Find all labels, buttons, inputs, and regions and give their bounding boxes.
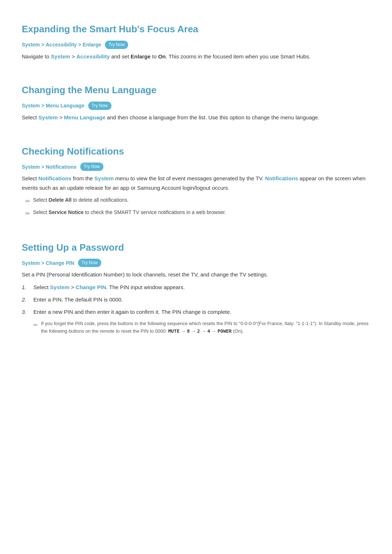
inline-on: On <box>158 53 166 59</box>
inline-4: 4 <box>207 328 210 334</box>
breadcrumb-system-3: System <box>22 163 40 171</box>
pencil-icon-1: ✏ <box>25 197 30 206</box>
notifications-bullet-list: ✏ Select Delete All to delete all notifi… <box>22 196 370 218</box>
bullet-service-notice-text: Select Service Notice to check the SMART… <box>33 208 226 216</box>
step-3-number: 3. <box>22 308 29 316</box>
bullet-delete-all-text: Select Delete All to delete all notifica… <box>33 196 128 204</box>
breadcrumb-menu-language: System > Menu Language Try Now <box>22 102 370 110</box>
pencil-icon-3: ✏ <box>33 321 38 329</box>
try-now-badge-menu-language[interactable]: Try Now <box>88 102 111 110</box>
step-2: 2. Enter a PIN. The default PIN is 0000. <box>22 295 370 304</box>
body-text-menu-language: Select System > Menu Language and then c… <box>22 113 370 122</box>
inline-notif: Notifications <box>38 175 72 181</box>
section-title-notifications: Checking Notifications <box>22 137 370 159</box>
breadcrumb-system: System <box>22 41 40 49</box>
separator-3: > <box>41 102 44 110</box>
inline-notif-2: Notifications <box>265 175 298 181</box>
section-title-expanding: Expanding the Smart Hub's Focus Area <box>22 15 370 37</box>
separator-5: > <box>41 259 44 267</box>
breadcrumb-accessibility: Accessibility <box>46 41 77 49</box>
inline-system-5: System <box>50 284 69 290</box>
try-now-badge-expanding[interactable]: Try Now <box>105 41 128 49</box>
inline-change-pin: Change PIN <box>75 284 106 290</box>
section-expanding: Expanding the Smart Hub's Focus Area Sys… <box>22 15 370 61</box>
section-password: Setting Up a Password System > Change PI… <box>22 233 370 335</box>
step-1-number: 1. <box>22 283 29 292</box>
breadcrumb-system-4: System <box>22 259 40 267</box>
pencil-icon-2: ✏ <box>25 209 30 218</box>
section-notifications: Checking Notifications System > Notifica… <box>22 137 370 218</box>
inline-delete-all: Delete All <box>49 197 72 203</box>
breadcrumb-notifications: System > Notifications Try Now <box>22 163 370 171</box>
inline-enlarge: Enlarge <box>131 53 151 59</box>
step-1-text: Select System > Change PIN. The PIN inpu… <box>33 283 185 292</box>
try-now-badge-notifications[interactable]: Try Now <box>80 163 103 171</box>
step-3: 3. Enter a new PIN and then enter it aga… <box>22 308 370 316</box>
body-text-password: Set a PIN (Personal Identification Numbe… <box>22 270 370 279</box>
breadcrumb-expanding: System > Accessibility > Enlarge Try Now <box>22 41 370 49</box>
inline-menu-language: Menu Language <box>64 114 105 120</box>
breadcrumb-notif: Notifications <box>46 163 77 171</box>
inline-system-2: System <box>38 114 58 120</box>
breadcrumb-change-pin: Change PIN <box>46 259 74 267</box>
step-2-number: 2. <box>22 295 29 304</box>
section-title-password: Setting Up a Password <box>22 233 370 255</box>
inline-8: 8 <box>187 328 190 334</box>
breadcrumb-enlarge: Enlarge <box>83 41 101 49</box>
inline-system-1: System <box>51 53 70 59</box>
separator-1: > <box>41 41 44 49</box>
inline-accessibility: Accessibility <box>77 53 110 59</box>
breadcrumb-system-2: System <box>22 102 40 110</box>
inline-mute: MUTE <box>168 328 180 334</box>
inline-system-3: System <box>94 175 114 181</box>
password-note: ✏ If you forget the PIN code, press the … <box>33 320 370 335</box>
separator-4: > <box>41 163 44 171</box>
try-now-badge-password[interactable]: Try Now <box>78 259 101 267</box>
step-1: 1. Select System > Change PIN. The PIN i… <box>22 283 370 292</box>
section-menu-language: Changing the Menu Language System > Menu… <box>22 75 370 122</box>
inline-power: POWER <box>217 328 232 334</box>
inline-2: 2 <box>197 328 200 334</box>
section-title-menu-language: Changing the Menu Language <box>22 75 370 98</box>
step-2-text: Enter a PIN. The default PIN is 0000. <box>33 295 123 304</box>
body-text-expanding: Navigate to System > Accessibility and s… <box>22 52 370 61</box>
bullet-delete-all: ✏ Select Delete All to delete all notifi… <box>25 196 370 206</box>
separator-2: > <box>78 41 81 49</box>
password-note-text: If you forget the PIN code, press the bu… <box>41 320 370 335</box>
breadcrumb-menu-lang: Menu Language <box>46 102 85 110</box>
bullet-service-notice: ✏ Select Service Notice to check the SMA… <box>25 208 370 218</box>
step-3-text: Enter a new PIN and then enter it again … <box>33 308 231 316</box>
password-steps-list: 1. Select System > Change PIN. The PIN i… <box>22 283 370 316</box>
breadcrumb-password: System > Change PIN Try Now <box>22 259 370 267</box>
inline-service-notice: Service Notice <box>49 209 84 215</box>
body-text-notifications: Select Notifications from the System men… <box>22 174 370 192</box>
